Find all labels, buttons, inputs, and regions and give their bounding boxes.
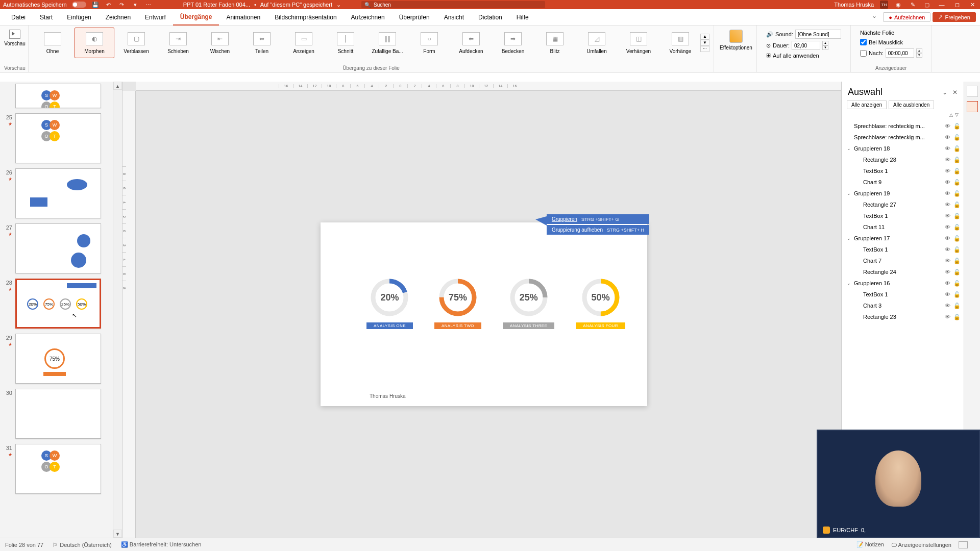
transition-wischen[interactable]: ⇤Wischen <box>200 28 240 58</box>
visibility-icon[interactable]: 👁 <box>945 291 950 298</box>
lock-icon[interactable]: 🔓 <box>953 235 961 242</box>
transition-umfallen[interactable]: ◿Umfallen <box>577 28 617 58</box>
visibility-icon[interactable]: 👁 <box>945 213 950 219</box>
visibility-icon[interactable]: 👁 <box>945 314 950 320</box>
transition-anzeigen[interactable]: ▭Anzeigen <box>284 28 324 58</box>
lock-icon[interactable]: 🔓 <box>953 134 961 141</box>
after-spinner[interactable]: ▲▼ <box>916 48 922 58</box>
slide-thumbnail-26[interactable] <box>15 168 101 218</box>
transition-morphen[interactable]: ◐Morphen <box>75 28 114 58</box>
side-tool-selection[interactable] <box>967 101 978 112</box>
selection-item[interactable]: Rectangle 24👁🔓 <box>845 266 961 278</box>
chevron-down-icon[interactable]: ⌄ <box>336 2 341 8</box>
transition-bedecken[interactable]: ➡Bedecken <box>493 28 533 58</box>
ribbon-collapse-icon[interactable]: ⌄ <box>868 12 881 22</box>
lock-icon[interactable]: 🔓 <box>953 190 961 197</box>
lock-icon[interactable]: 🔓 <box>953 145 961 152</box>
selection-item[interactable]: ⌄Gruppieren 17👁🔓 <box>845 233 961 244</box>
transition-teilen[interactable]: ⇔Teilen <box>242 28 282 58</box>
transition-form[interactable]: ○Form <box>409 28 449 58</box>
callout-group[interactable]: GruppierenSTRG +SHIFT+ G <box>547 214 649 224</box>
selection-item[interactable]: ⌄Gruppieren 19👁🔓 <box>845 188 961 199</box>
user-avatar[interactable]: TH <box>880 1 888 9</box>
visibility-icon[interactable]: 👁 <box>945 145 950 152</box>
lock-icon[interactable]: 🔓 <box>953 269 961 276</box>
present-icon[interactable]: ▾ <box>131 1 139 9</box>
selection-item[interactable]: TextBox 1👁🔓 <box>845 289 961 300</box>
visibility-icon[interactable]: 👁 <box>945 224 950 231</box>
lock-icon[interactable]: 🔓 <box>953 213 961 219</box>
visibility-icon[interactable]: 👁 <box>945 303 950 309</box>
lock-icon[interactable]: 🔓 <box>953 224 961 231</box>
visibility-icon[interactable]: 👁 <box>945 269 950 276</box>
lock-icon[interactable]: 🔓 <box>953 157 961 163</box>
tab-start[interactable]: Start <box>33 9 60 26</box>
hide-all-button[interactable]: Alle ausblenden <box>889 101 934 109</box>
move-down-icon[interactable]: ▽ <box>955 112 959 117</box>
visibility-icon[interactable]: 👁 <box>945 168 950 174</box>
search-box[interactable]: 🔍 Suchen <box>361 1 545 8</box>
slide-thumbnail-29[interactable]: 75% <box>15 334 101 384</box>
transition-aufdecken[interactable]: ⬅Aufdecken <box>451 28 491 58</box>
transition-vorhnge[interactable]: ▥Vorhänge <box>660 28 700 58</box>
pane-dropdown-icon[interactable]: ⌄ <box>942 89 947 96</box>
visibility-icon[interactable]: 👁 <box>945 246 950 253</box>
callout-ungroup[interactable]: Gruppierung aufhebenSTRG +SHIFT+ H <box>547 225 649 235</box>
transition-verhngen[interactable]: ◫Verhängen <box>619 28 658 58</box>
after-input[interactable] <box>886 48 914 58</box>
apply-all-button[interactable]: ⊞ Auf alle anwenden <box>766 52 841 59</box>
tab-ansicht[interactable]: Ansicht <box>437 9 471 26</box>
lock-icon[interactable]: 🔓 <box>953 202 961 208</box>
tab-aufzeichnen[interactable]: Aufzeichnen <box>344 9 392 26</box>
tab-dictation[interactable]: Dictation <box>471 9 509 26</box>
slide-thumbnail-28[interactable]: 20%75%25%50%↖ <box>15 279 101 329</box>
selection-item[interactable]: ⌄Gruppieren 18👁🔓 <box>845 143 961 154</box>
lock-icon[interactable]: 🔓 <box>953 123 961 130</box>
lock-icon[interactable]: 🔓 <box>953 314 961 320</box>
selection-item[interactable]: TextBox 1👁🔓 <box>845 244 961 255</box>
tab-zeichnen[interactable]: Zeichnen <box>99 9 138 26</box>
visibility-icon[interactable]: 👁 <box>945 258 950 264</box>
lock-icon[interactable]: 🔓 <box>953 246 961 253</box>
file-name[interactable]: PPT 01 Roter Faden 004... <box>183 2 250 8</box>
lock-icon[interactable]: 🔓 <box>953 168 961 174</box>
lock-icon[interactable]: 🔓 <box>953 179 961 186</box>
duration-spinner[interactable]: ▲▼ <box>822 41 828 50</box>
slide-thumbnail-30[interactable] <box>15 389 101 439</box>
pen-icon[interactable]: ✎ <box>909 1 917 9</box>
save-location[interactable]: Auf "diesem PC" gespeichert <box>260 2 332 8</box>
transition-verblassen[interactable]: ▢Verblassen <box>116 28 156 58</box>
transition-ohne[interactable]: Ohne <box>33 28 72 58</box>
slide-thumbnail-27[interactable] <box>15 223 101 273</box>
visibility-icon[interactable]: 👁 <box>945 280 950 287</box>
selection-item[interactable]: Chart 7👁🔓 <box>845 255 961 266</box>
redo-icon[interactable]: ↷ <box>118 1 126 9</box>
tab-einfügen[interactable]: Einfügen <box>60 9 98 26</box>
selection-item[interactable]: Sprechblase: rechteckig m...👁🔓 <box>845 120 961 132</box>
on-click-checkbox[interactable] <box>860 39 867 45</box>
donut-chart-2[interactable]: 75%ANALYSIS TWO <box>434 278 481 329</box>
selection-item[interactable]: Sprechblase: rechteckig m...👁🔓 <box>845 132 961 143</box>
touch-icon[interactable]: ⋯ <box>144 1 153 9</box>
sound-select[interactable] <box>795 30 841 39</box>
selection-item[interactable]: Rectangle 23👁🔓 <box>845 311 961 322</box>
slide-thumbnail-25[interactable]: SWOT <box>15 113 101 163</box>
thumbnails-scrollbar[interactable]: ▲ ▼ <box>113 82 122 538</box>
donut-chart-1[interactable]: 20%ANALYSIS ONE <box>366 278 413 329</box>
selection-item[interactable]: Rectangle 28👁🔓 <box>845 154 961 165</box>
tab-datei[interactable]: Datei <box>4 9 33 26</box>
notes-button[interactable]: 📝 Notizen <box>856 541 884 548</box>
pane-close-icon[interactable]: ✕ <box>952 89 958 96</box>
minimize-button[interactable]: — <box>937 2 946 8</box>
save-icon[interactable]: 💾 <box>91 1 100 9</box>
effect-options-button[interactable]: Effektoptionen <box>718 28 754 51</box>
visibility-icon[interactable]: 👁 <box>945 235 950 242</box>
tab-entwurf[interactable]: Entwurf <box>138 9 173 26</box>
selection-item[interactable]: ⌄Gruppieren 16👁🔓 <box>845 278 961 289</box>
normal-view-button[interactable] <box>959 541 968 548</box>
language-indicator[interactable]: 🏳 Deutsch (Österreich) <box>53 542 112 548</box>
donut-chart-3[interactable]: 25%ANALYSIS THREE <box>503 278 554 329</box>
move-up-icon[interactable]: △ <box>949 112 953 117</box>
window-icon[interactable]: ▢ <box>923 1 931 9</box>
tab-hilfe[interactable]: Hilfe <box>509 9 536 26</box>
